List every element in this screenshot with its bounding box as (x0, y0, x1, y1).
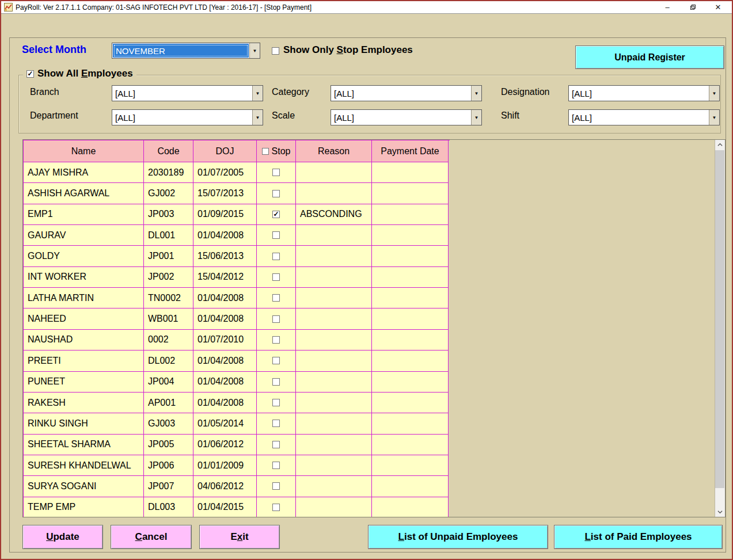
cell-payment-date (372, 246, 449, 266)
shift-select[interactable]: [ALL]▼ (568, 109, 720, 125)
cell-name: ASHISH AGARWAL (24, 183, 144, 204)
close-button[interactable]: ✕ (705, 1, 731, 13)
stop-all-checkbox[interactable] (262, 148, 269, 155)
cell-doj: 01/07/2010 (193, 330, 257, 351)
cell-payment-date (372, 288, 449, 308)
table-scrollbar[interactable] (715, 140, 725, 517)
scroll-thumb[interactable] (715, 150, 724, 488)
cell-reason (296, 372, 372, 393)
unpaid-register-button[interactable]: Unpaid Register (575, 45, 724, 69)
chevron-down-icon[interactable]: ▼ (709, 110, 719, 125)
cell-reason (296, 497, 372, 517)
cell-doj: 04/06/2012 (193, 476, 257, 497)
cell-stop (257, 455, 296, 476)
show-all-employees-control[interactable]: Show All Employees (23, 68, 136, 79)
month-select[interactable]: NOVEMBER ▼ (112, 43, 260, 59)
cell-name: LATHA MARTIN (24, 288, 144, 308)
cell-name: SURESH KHANDELWAL (24, 455, 144, 476)
show-only-stop-checkbox[interactable] (272, 47, 279, 55)
header-cell-code: Code (144, 140, 193, 162)
stop-checkbox[interactable] (272, 399, 280, 406)
cell-name: SHEETAL SHARMA (24, 435, 144, 455)
cell-code: GJ003 (144, 413, 193, 434)
table-row: SURESH KHANDELWAL JP006 01/01/2009 (24, 455, 450, 476)
stop-checkbox[interactable] (272, 315, 280, 323)
chevron-down-icon[interactable]: ▼ (249, 43, 260, 58)
scroll-down-button[interactable] (715, 507, 724, 517)
department-select[interactable]: [ALL]▼ (112, 109, 263, 125)
cell-name: AJAY MISHRA (24, 162, 144, 183)
cell-code: AP001 (144, 393, 193, 413)
restore-button[interactable] (680, 1, 705, 13)
stop-checkbox[interactable] (272, 420, 280, 427)
stop-checkbox[interactable] (272, 231, 280, 239)
cell-name: INT WORKER (24, 267, 144, 288)
stop-checkbox[interactable] (272, 253, 280, 260)
table-header-row: Name Code DOJ Stop Reason Payment Date (24, 140, 450, 162)
chevron-up-icon (717, 142, 723, 147)
table-row: TEMP EMP DL003 01/04/2015 (24, 497, 450, 517)
cell-doj: 15/07/2013 (193, 183, 257, 204)
stop-checkbox[interactable] (272, 504, 280, 511)
stop-checkbox[interactable] (272, 441, 280, 448)
cell-code: JP006 (144, 455, 193, 476)
chevron-down-icon[interactable]: ▼ (471, 110, 481, 125)
cell-doj: 01/04/2008 (193, 393, 257, 413)
stop-checkbox[interactable] (272, 378, 280, 386)
cell-payment-date (372, 476, 449, 497)
header-cell-reason: Reason (296, 140, 372, 162)
app-icon (4, 3, 13, 12)
cell-payment-date (372, 372, 449, 393)
stop-checkbox[interactable] (272, 357, 280, 364)
cell-reason (296, 455, 372, 476)
show-only-stop-label[interactable]: Show Only Stop Employees (283, 44, 413, 56)
designation-select[interactable]: [ALL]▼ (568, 85, 720, 101)
stop-checkbox[interactable] (272, 169, 280, 176)
minimize-button[interactable]: – (655, 1, 680, 13)
list-paid-employees-button[interactable]: List of Paid Employees (554, 525, 723, 549)
cell-stop (257, 246, 296, 266)
category-select[interactable]: [ALL]▼ (331, 85, 482, 101)
employees-table: Name Code DOJ Stop Reason Payment Date A… (22, 139, 726, 517)
cell-payment-date (372, 435, 449, 455)
cancel-button[interactable]: Cancel (111, 525, 192, 549)
chevron-down-icon[interactable]: ▼ (252, 110, 263, 125)
chevron-down-icon[interactable]: ▼ (471, 86, 481, 101)
scale-select[interactable]: [ALL]▼ (331, 109, 482, 125)
stop-checkbox[interactable] (272, 462, 280, 469)
stop-checkbox[interactable] (272, 482, 280, 490)
shift-label: Shift (501, 111, 519, 121)
scroll-up-button[interactable] (715, 140, 724, 150)
chevron-down-icon[interactable]: ▼ (709, 86, 719, 101)
cell-payment-date (372, 330, 449, 351)
header-cell-name: Name (24, 140, 144, 162)
cell-doj: 15/04/2012 (193, 267, 257, 288)
cell-doj: 01/09/2015 (193, 204, 257, 225)
cell-payment-date (372, 351, 449, 371)
update-button[interactable]: Update (22, 525, 103, 549)
cell-code: DL001 (144, 225, 193, 246)
cell-doj: 01/04/2015 (193, 497, 257, 517)
table-row: PREETI DL002 01/04/2008 (24, 351, 450, 371)
cell-reason (296, 225, 372, 246)
stop-checkbox[interactable] (272, 190, 280, 197)
app-window: PayRoll: Ver 2.17.1.1 Company: 01-SAG IN… (0, 0, 733, 560)
cell-stop (257, 225, 296, 246)
cell-stop (257, 413, 296, 434)
stop-checkbox[interactable] (272, 294, 280, 302)
exit-button[interactable]: Exit (199, 525, 280, 549)
cell-reason (296, 308, 372, 329)
table-row: NAUSHAD 0002 01/07/2010 (24, 330, 450, 351)
list-unpaid-employees-button[interactable]: List of Unpaid Employees (368, 525, 548, 549)
stop-checkbox[interactable] (272, 273, 280, 281)
cell-code: 2030189 (144, 162, 193, 183)
chevron-down-icon[interactable]: ▼ (252, 86, 263, 101)
branch-select[interactable]: [ALL]▼ (112, 85, 263, 101)
stop-checkbox[interactable] (272, 211, 280, 218)
show-all-checkbox[interactable] (26, 70, 34, 78)
cell-doj: 01/07/2005 (193, 162, 257, 183)
cell-name: PREETI (24, 351, 144, 371)
cell-payment-date (372, 393, 449, 413)
stop-checkbox[interactable] (272, 336, 280, 344)
cell-stop (257, 162, 296, 183)
